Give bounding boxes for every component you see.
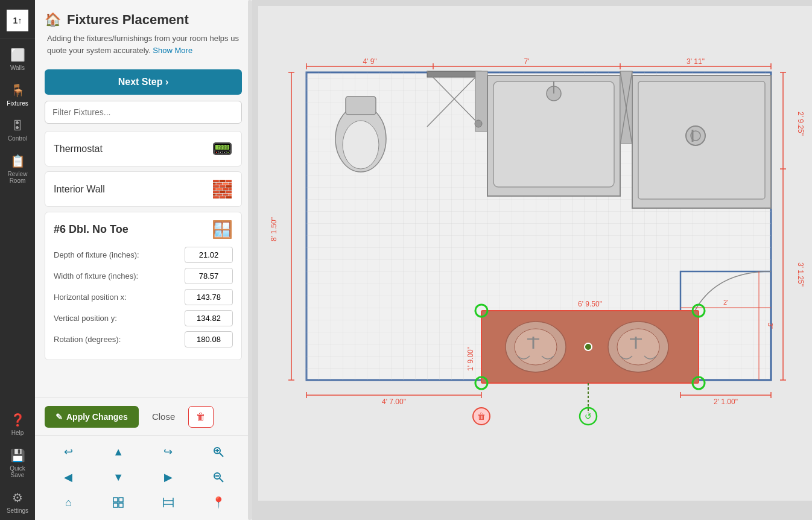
fixtures-placement-icon: 🏠	[45, 12, 61, 28]
grid1-button[interactable]	[95, 491, 142, 514]
sidebar-label-settings: Settings	[7, 507, 28, 514]
sidebar-label-control: Control	[8, 135, 27, 142]
quick-save-icon: 💾	[10, 448, 25, 463]
depth-label: Depth of fixture (inches):	[54, 250, 139, 259]
panel: 🏠 Fixtures Placement Adding the fixtures…	[35, 0, 252, 520]
dim-right1: 2' 9.25"	[796, 112, 805, 136]
walls-icon: ⬜	[10, 48, 25, 62]
dim-selected-h: 1' 9.00"	[466, 347, 475, 371]
show-more-link[interactable]: Show More	[153, 46, 192, 55]
sidebar-item-walls[interactable]: ⬜ Walls	[0, 42, 35, 77]
fixture-item-thermostat[interactable]: Thermostat 📟	[45, 131, 242, 166]
icon-sidebar: 1↑ ⬜ Walls 🪑 Fixtures 🎛 Control 📋 Review…	[0, 0, 35, 520]
svg-rect-9	[113, 503, 118, 507]
sidebar-item-review[interactable]: 📋 ReviewRoom	[0, 148, 35, 190]
horizontal-row: Horizontal position x:	[54, 289, 233, 305]
fixtures-icon: 🪑	[10, 83, 25, 98]
rotation-label: Rotation (degrees):	[54, 335, 121, 344]
depth-input[interactable]	[185, 247, 233, 263]
grid2-button[interactable]	[145, 491, 192, 514]
pin-button[interactable]: 📍	[194, 491, 242, 514]
dim-right2: 3' 1.25"	[796, 262, 805, 287]
sidebar-label-quick-save: QuickSave	[10, 465, 25, 478]
sidebar-item-quick-save[interactable]: 💾 QuickSave	[0, 442, 35, 484]
next-step-button[interactable]: Next Step ›	[45, 69, 242, 95]
rotation-row: Rotation (degrees):	[54, 331, 233, 347]
panel-actions: ✎ Apply Changes Close 🗑	[35, 398, 252, 435]
toolbar-bottom: ↩ ▲ ↪ ◀ ▼ ▶ ⌂ 📍	[35, 435, 252, 520]
fixture-selected-header: #6 Dbl. No Toe 🪟	[54, 220, 233, 239]
svg-line-5	[220, 478, 223, 482]
sidebar-label-walls: Walls	[10, 65, 25, 71]
zoom-in-button[interactable]	[194, 440, 242, 463]
sidebar-label-help: Help	[11, 430, 24, 436]
dim-top1: 4' 9"	[363, 57, 376, 66]
control-icon: 🎛	[11, 119, 24, 133]
dim-bottom2: 2' 1.00"	[714, 398, 738, 406]
apply-icon: ✎	[56, 412, 63, 422]
depth-row: Depth of fixture (inches):	[54, 247, 233, 263]
home-button[interactable]: ⌂	[45, 491, 92, 514]
fixture-selected: #6 Dbl. No Toe 🪟 Depth of fixture (inche…	[45, 212, 242, 360]
close-button[interactable]: Close	[144, 405, 183, 428]
horizontal-input[interactable]	[185, 289, 233, 305]
page-title: Fixtures Placement	[67, 12, 189, 28]
move-right-button[interactable]: ▶	[145, 466, 192, 489]
delete-button[interactable]: 🗑	[188, 406, 214, 428]
rotation-input[interactable]	[185, 331, 233, 347]
logo-area: 1↑	[0, 5, 35, 39]
svg-point-40	[343, 121, 379, 169]
sidebar-label-fixtures: Fixtures	[7, 100, 28, 107]
dim-bottom1: 4' 7.00"	[382, 398, 406, 406]
fixture-list: Thermostat 📟 Interior Wall 🧱 #6 Dbl. No …	[35, 131, 252, 398]
fixture-selected-icon: 🪟	[212, 220, 233, 239]
svg-rect-7	[113, 498, 118, 502]
delete-icon: 🗑	[196, 411, 206, 422]
dim-selected-w: 6' 9.50"	[578, 300, 602, 308]
svg-text:↺: ↺	[585, 411, 592, 421]
dim-top2: 7'	[524, 57, 530, 66]
move-up-button[interactable]: ▲	[95, 440, 142, 463]
panel-header: 🏠 Fixtures Placement Adding the fixtures…	[35, 0, 252, 62]
move-down-button[interactable]: ▼	[95, 466, 142, 489]
svg-text:🗑: 🗑	[477, 411, 486, 421]
svg-line-1	[220, 453, 223, 457]
svg-point-71	[585, 343, 592, 350]
sidebar-item-control[interactable]: 🎛 Control	[0, 113, 35, 148]
svg-point-64	[515, 329, 557, 365]
width-row: Width of fixture (inches):	[54, 268, 233, 284]
move-left-button[interactable]: ◀	[45, 466, 92, 489]
review-icon: 📋	[10, 154, 25, 168]
svg-rect-42	[427, 71, 481, 77]
fixture-item-interior-wall[interactable]: Interior Wall 🧱	[45, 171, 242, 207]
dim-top3: 3' 11"	[687, 57, 705, 66]
panel-title-row: 🏠 Fixtures Placement	[45, 12, 242, 28]
width-label: Width of fixture (inches):	[54, 271, 138, 281]
interior-wall-icon: 🧱	[212, 179, 233, 199]
sidebar-label-review: ReviewRoom	[8, 171, 28, 184]
width-input[interactable]	[185, 268, 233, 284]
logo-icon: 1↑	[7, 10, 28, 31]
sidebar-item-settings[interactable]: ⚙ Settings	[0, 484, 35, 520]
svg-point-68	[617, 329, 659, 365]
vertical-row: Vertical position y:	[54, 310, 233, 326]
vertical-input[interactable]	[185, 310, 233, 326]
canvas-area[interactable]: 4' 9" 7' 3' 11" 8' 1.50" 2' 9.25" 3' 1.2…	[252, 0, 812, 520]
sidebar-item-help[interactable]: ❓ Help	[0, 407, 35, 442]
zoom-out-button[interactable]	[194, 466, 242, 489]
redo-button[interactable]: ↪	[145, 440, 192, 463]
horizontal-label: Horizontal position x:	[54, 293, 127, 302]
floorplan-svg: 4' 9" 7' 3' 11" 8' 1.50" 2' 9.25" 3' 1.2…	[258, 6, 812, 501]
panel-scrollbar[interactable]	[248, 0, 252, 520]
help-icon: ❓	[10, 413, 25, 427]
dim-inner2: 3"	[767, 323, 774, 329]
undo-button[interactable]: ↩	[45, 440, 92, 463]
svg-rect-41	[346, 97, 376, 115]
dim-left1: 8' 1.50"	[270, 217, 278, 241]
settings-icon: ⚙	[12, 490, 23, 505]
filter-fixtures-input[interactable]	[45, 101, 242, 124]
apply-changes-button[interactable]: ✎ Apply Changes	[45, 406, 139, 428]
svg-rect-10	[119, 503, 123, 507]
svg-rect-8	[119, 498, 123, 502]
sidebar-item-fixtures[interactable]: 🪑 Fixtures	[0, 77, 35, 113]
